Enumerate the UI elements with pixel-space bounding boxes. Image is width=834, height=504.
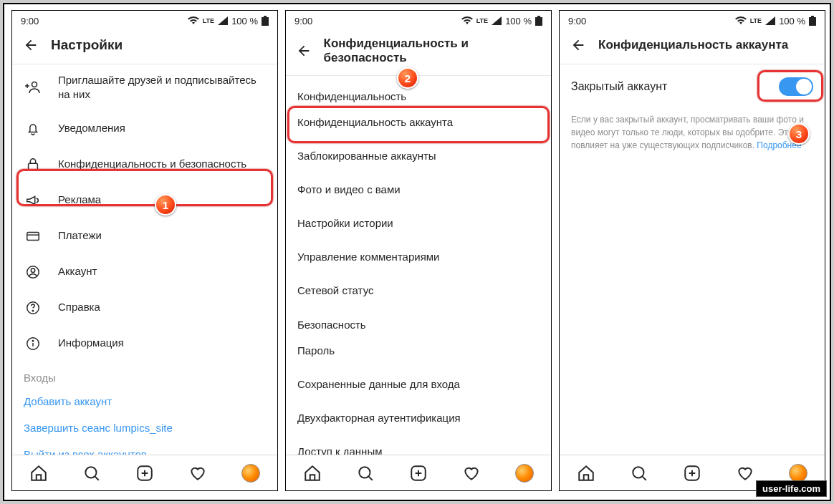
row-label: Реклама (58, 193, 101, 207)
svg-point-10 (32, 340, 33, 341)
status-time: 9:00 (21, 16, 39, 26)
battery-icon (809, 16, 816, 26)
row-comment-controls[interactable]: Управление комментариями (286, 240, 551, 273)
nav-profile[interactable] (241, 463, 261, 483)
row-label: Уведомления (58, 121, 125, 135)
row-notifications[interactable]: Уведомления (12, 111, 277, 147)
svg-rect-0 (264, 16, 267, 17)
privacy-list: Конфиденциальность Конфиденциальность ак… (286, 76, 551, 455)
bottom-nav (12, 455, 277, 490)
row-label: Справка (58, 300, 100, 314)
row-label: Конфиденциальность и безопасность (58, 157, 246, 171)
svg-rect-18 (809, 17, 816, 26)
private-account-desc: Если у вас закрытый аккаунт, просматрива… (560, 109, 825, 156)
nav-activity[interactable] (735, 463, 755, 483)
row-photos-videos[interactable]: Фото и видео с вами (286, 173, 551, 206)
nav-search[interactable] (355, 463, 375, 483)
phone-account-privacy: 9:00 LTE 100 % Конфиденциальность аккаун… (559, 10, 825, 491)
badge-number: 3 (796, 128, 802, 140)
badge-number: 1 (163, 199, 168, 211)
svg-rect-4 (27, 232, 39, 240)
nav-new-post[interactable] (682, 463, 702, 483)
row-story-settings[interactable]: Настройки истории (286, 206, 551, 240)
avatar-icon (241, 464, 260, 483)
watermark: user-life.com (756, 480, 827, 497)
nav-home[interactable] (29, 463, 49, 483)
row-saved-login[interactable]: Сохраненные данные для входа (286, 367, 551, 401)
private-account-toggle[interactable] (779, 77, 813, 96)
back-button[interactable] (570, 37, 587, 54)
row-account-privacy[interactable]: Конфиденциальность аккаунта (286, 105, 551, 139)
app-bar: Настройки (12, 31, 277, 64)
svg-rect-13 (537, 16, 540, 17)
status-right: LTE 100 % (188, 16, 269, 26)
svg-point-15 (359, 467, 370, 478)
nav-new-post[interactable] (408, 463, 428, 483)
svg-point-6 (31, 268, 35, 272)
status-bar: 9:00 LTE 100 % (12, 11, 277, 31)
back-button[interactable] (296, 42, 312, 59)
row-label: Приглашайте друзей и подписывайтесь на н… (58, 73, 266, 102)
row-password[interactable]: Пароль (286, 334, 551, 367)
row-label: Аккаунт (58, 264, 97, 278)
status-time: 9:00 (294, 16, 312, 26)
signal-icon (765, 16, 775, 25)
svg-rect-3 (29, 163, 38, 170)
row-info[interactable]: Информация (12, 326, 277, 362)
nav-activity[interactable] (188, 463, 208, 483)
svg-rect-1 (262, 17, 269, 26)
row-invite-friends[interactable]: Приглашайте друзей и подписывайтесь на н… (12, 64, 277, 111)
nav-search[interactable] (82, 463, 102, 483)
battery-icon (262, 16, 269, 26)
battery-text: 100 % (505, 16, 532, 26)
back-button[interactable] (22, 37, 39, 54)
row-blocked-accounts[interactable]: Заблокированные аккаунты (286, 139, 551, 173)
nav-home[interactable] (576, 463, 596, 483)
row-payments[interactable]: Платежи (12, 218, 277, 254)
row-account[interactable]: Аккаунт (12, 254, 277, 290)
lock-icon (24, 155, 42, 174)
status-time: 9:00 (568, 16, 586, 26)
row-ads[interactable]: Реклама (12, 183, 277, 218)
row-help[interactable]: Справка (12, 290, 277, 326)
phone-privacy-security: 9:00 LTE 100 % Конфиденциальность и безо… (285, 10, 552, 491)
svg-point-8 (32, 310, 33, 311)
private-account-row: Закрытый аккаунт (560, 64, 825, 109)
nav-profile[interactable] (514, 463, 535, 483)
settings-list: Приглашайте друзей и подписывайтесь на н… (12, 64, 277, 455)
nav-new-post[interactable] (135, 463, 155, 483)
row-activity-status[interactable]: Сетевой статус (286, 273, 551, 307)
status-bar: 9:00 LTE 100 % (286, 11, 551, 31)
svg-point-11 (85, 467, 96, 478)
user-icon (24, 263, 42, 281)
wifi-icon (461, 16, 473, 25)
bottom-nav (286, 455, 551, 490)
signal-icon (492, 16, 502, 25)
section-logins: Входы (12, 362, 277, 388)
row-data-access[interactable]: Доступ к данным (286, 435, 551, 455)
svg-point-2 (32, 82, 37, 87)
step-badge-2: 2 (397, 67, 418, 89)
help-icon (24, 299, 42, 317)
link-logout-all[interactable]: Выйти из всех аккаунтов (12, 441, 277, 455)
page-title: Конфиденциальность аккаунта (598, 38, 788, 52)
wifi-icon (188, 16, 199, 25)
battery-icon (535, 16, 542, 26)
info-icon (24, 334, 42, 353)
card-icon (24, 227, 42, 246)
link-add-account[interactable]: Добавить аккаунт (12, 388, 277, 415)
svg-point-19 (633, 467, 643, 478)
nav-activity[interactable] (461, 463, 481, 483)
nav-search[interactable] (629, 463, 649, 483)
row-two-factor[interactable]: Двухфакторная аутентификация (286, 401, 551, 435)
battery-text: 100 % (231, 16, 258, 26)
badge-number: 2 (405, 72, 411, 84)
row-label: Платежи (58, 228, 102, 243)
toggle-knob (796, 79, 812, 94)
avatar-icon (515, 464, 534, 483)
avatar-icon (789, 464, 807, 483)
svg-rect-14 (535, 17, 542, 26)
row-privacy-security[interactable]: Конфиденциальность и безопасность (12, 147, 277, 183)
nav-home[interactable] (302, 463, 322, 483)
link-logout-user[interactable]: Завершить сеанс lumpics_site (12, 415, 277, 441)
